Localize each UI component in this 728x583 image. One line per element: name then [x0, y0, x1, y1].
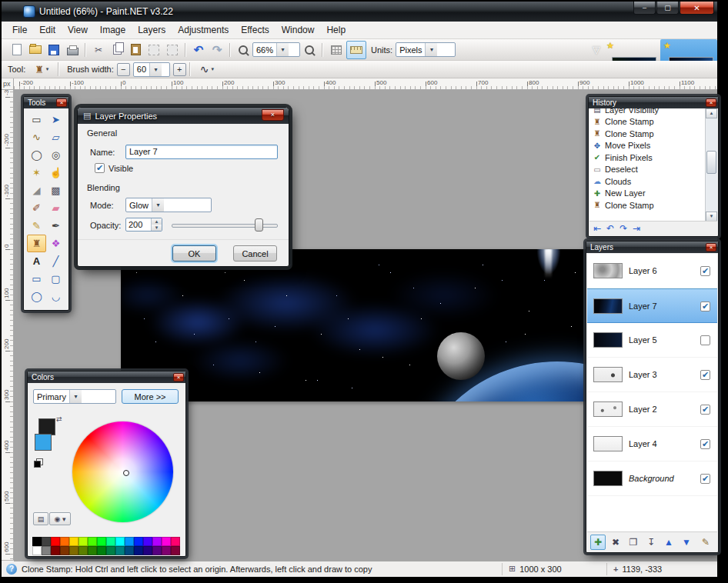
palette-swatch[interactable]	[106, 546, 115, 555]
menu-item-file[interactable]: File	[6, 22, 33, 38]
secondary-color-swatch[interactable]	[35, 434, 52, 451]
blend-mode-combo[interactable]: Glow	[125, 198, 212, 212]
spinner-up-icon[interactable]: ▲	[152, 218, 162, 225]
tool-color-picker[interactable]: ✒	[46, 217, 65, 235]
zoom-out-button[interactable]	[234, 42, 252, 58]
spinner-arrows[interactable]: ▲▼	[151, 218, 162, 231]
palette-swatch[interactable]	[152, 537, 162, 546]
redo-button[interactable]: ↷	[208, 42, 226, 58]
paste-button[interactable]	[126, 42, 145, 58]
tool-zoom[interactable]: ◎	[46, 146, 65, 164]
layer-visible-checkbox[interactable]	[700, 301, 710, 311]
menu-item-edit[interactable]: Edit	[33, 22, 62, 38]
canvas[interactable]	[121, 249, 629, 401]
brush-width-decrease-button[interactable]: −	[117, 63, 130, 76]
tool-recolor[interactable]: ❖	[46, 235, 65, 252]
crop-to-selection-button[interactable]	[145, 42, 163, 58]
history-item[interactable]: ☁Clouds	[590, 175, 705, 188]
opacity-spinner[interactable]: 200 ▲▼	[125, 218, 162, 232]
tool-freeform-shape[interactable]: ◡	[46, 288, 65, 305]
palette-swatch[interactable]	[171, 546, 180, 555]
palette-swatch[interactable]	[162, 537, 171, 546]
tool-text[interactable]: A	[27, 252, 46, 270]
visible-checkbox[interactable]	[95, 163, 105, 173]
palette-swatch[interactable]	[69, 537, 78, 546]
swap-colors-icon[interactable]: ⇄	[56, 415, 62, 423]
history-item[interactable]: ▤Layer Visibility	[590, 108, 705, 116]
history-panel-titlebar[interactable]: History	[589, 97, 718, 108]
palette-swatch[interactable]	[88, 537, 97, 546]
units-combo[interactable]: Pixels	[396, 42, 456, 57]
tool-pan[interactable]: ☝	[46, 164, 65, 182]
brush-width-increase-button[interactable]: +	[173, 63, 186, 76]
palette-swatch[interactable]	[51, 546, 60, 555]
layer-visible-checkbox[interactable]	[700, 439, 710, 449]
tool-ellipse-select[interactable]: ◯	[27, 146, 46, 164]
tools-panel-titlebar[interactable]: Tools	[24, 97, 68, 108]
palette-swatch[interactable]	[106, 537, 115, 546]
tool-gradient[interactable]: ▩	[46, 182, 65, 199]
fast-forward-icon[interactable]: ⇥	[633, 224, 640, 233]
palette-swatch[interactable]	[125, 546, 134, 555]
palette-swatch[interactable]	[78, 546, 88, 555]
palette-swatch[interactable]	[69, 546, 78, 555]
layer-row-layer-3[interactable]: Layer 3	[587, 358, 717, 392]
palette-swatch[interactable]	[32, 546, 42, 555]
palette-swatch[interactable]	[134, 537, 143, 546]
deselect-button[interactable]	[163, 42, 182, 58]
layer-row-layer-7[interactable]: Layer 7	[587, 288, 717, 323]
merge-layer-down-button[interactable]: ↧	[643, 535, 659, 550]
new-file-button[interactable]	[8, 42, 26, 58]
more-button[interactable]: More >>	[122, 389, 179, 404]
palette-swatch[interactable]	[143, 537, 152, 546]
history-item[interactable]: ♜Clone Stamp	[590, 116, 705, 128]
layer-visible-checkbox[interactable]	[700, 266, 710, 276]
tool-rectangle[interactable]: ▭	[27, 270, 46, 288]
history-item[interactable]: ♜Clone Stamp	[590, 199, 705, 212]
close-button[interactable]: ✕	[680, 2, 714, 15]
colors-panel-titlebar[interactable]: Colors	[28, 371, 185, 383]
palette-swatch[interactable]	[97, 546, 106, 555]
ok-button[interactable]: OK	[172, 245, 216, 262]
copy-button[interactable]	[108, 42, 126, 58]
history-item[interactable]: ▭Deselect	[590, 164, 705, 176]
history-item[interactable]: ✚New Layer	[590, 188, 705, 200]
tool-pencil[interactable]: ✎	[27, 217, 46, 235]
close-icon[interactable]	[262, 109, 284, 121]
title-bar[interactable]: Untitled (66%) - Paint.NET v3.22 – ▢ ✕	[2, 2, 717, 22]
tool-line-curve[interactable]: ╱	[46, 252, 65, 270]
palette-swatch[interactable]	[32, 537, 42, 546]
rewind-icon[interactable]: ⇤	[593, 224, 601, 233]
undo-button[interactable]: ↶	[189, 42, 208, 58]
menu-item-view[interactable]: View	[62, 22, 94, 38]
layer-properties-titlebar[interactable]: ▤ Layer Properties	[78, 108, 289, 124]
history-scrollbar[interactable]: ▲ ▼	[705, 108, 717, 222]
default-colors-icon[interactable]	[34, 458, 43, 468]
color-sliders-button[interactable]: ▤	[33, 512, 48, 525]
print-button[interactable]	[63, 42, 82, 58]
slider-thumb[interactable]	[255, 218, 263, 232]
palette-swatch[interactable]	[42, 546, 51, 555]
add-new-layer-button[interactable]: ✚	[590, 535, 606, 550]
tool-paintbrush[interactable]: ✐	[27, 199, 46, 217]
maximize-button[interactable]: ▢	[656, 2, 679, 15]
grid-toggle-button[interactable]	[326, 41, 346, 59]
layer-row-layer-5[interactable]: Layer 5	[587, 323, 717, 358]
palette-swatch[interactable]	[88, 546, 97, 555]
close-icon[interactable]	[706, 98, 716, 107]
color-target-combo[interactable]: Primary	[33, 389, 116, 404]
menu-item-window[interactable]: Window	[276, 22, 321, 38]
layer-row-layer-6[interactable]: Layer 6	[587, 254, 717, 288]
menu-item-adjustments[interactable]: Adjustments	[172, 22, 235, 38]
palette-menu-button[interactable]: ◉ ▾	[49, 512, 71, 525]
zoom-combo[interactable]: 66%	[252, 42, 300, 57]
move-layer-down-button[interactable]: ▼	[679, 535, 694, 550]
layer-visible-checkbox[interactable]	[700, 335, 710, 345]
layer-name-input[interactable]: Layer 7	[125, 145, 278, 159]
line-style-button[interactable]: ∿ ▾	[194, 61, 220, 78]
layer-row-background[interactable]: Background	[587, 461, 717, 496]
close-icon[interactable]	[706, 243, 716, 252]
palette-swatch[interactable]	[171, 537, 180, 546]
zoom-in-button[interactable]	[300, 42, 319, 58]
palette-swatch[interactable]	[152, 546, 162, 555]
